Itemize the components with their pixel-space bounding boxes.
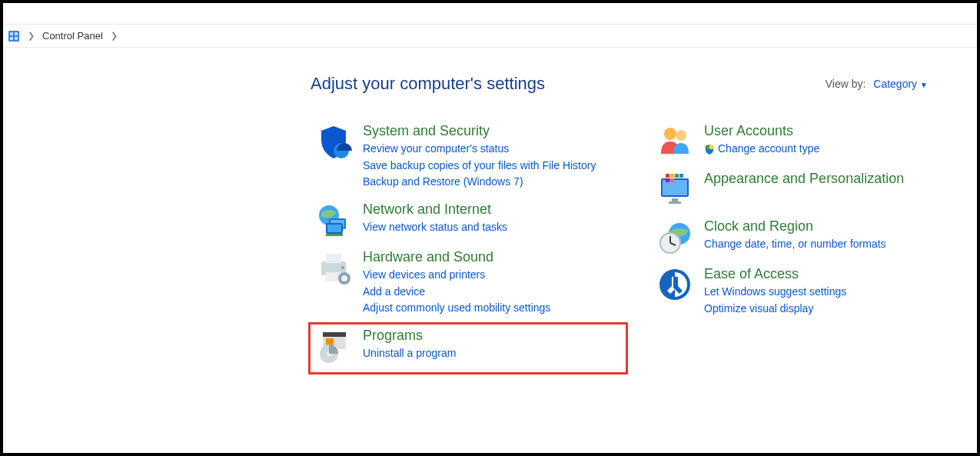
category-appearance: Appearance and Personalization (652, 168, 944, 215)
link-windows-suggest-settings[interactable]: Let Windows suggest settings (704, 284, 846, 301)
monitor-personalization-icon (656, 171, 693, 208)
view-by-control: View by: Category▼ (826, 78, 928, 90)
category-programs: Programs Uninstall a program (311, 325, 626, 372)
breadcrumb[interactable]: ❯ Control Panel ❯ (3, 25, 977, 48)
users-icon (656, 123, 693, 160)
toolbar-gap (3, 3, 977, 25)
category-clock-and-region: Clock and Region Change date, time, or n… (652, 215, 944, 263)
link-change-account-type-text: Change account type (718, 141, 819, 158)
category-link-user-accounts[interactable]: User Accounts (704, 123, 819, 139)
shield-icon (315, 123, 352, 160)
category-link-ease-of-access[interactable]: Ease of Access (704, 266, 846, 282)
ease-of-access-icon (656, 266, 693, 303)
breadcrumb-root[interactable]: Control Panel (42, 30, 103, 42)
svg-rect-10 (327, 225, 341, 232)
chevron-right-icon: ❯ (111, 31, 118, 41)
svg-rect-2 (15, 32, 18, 35)
link-uninstall-program[interactable]: Uninstall a program (363, 345, 456, 362)
svg-rect-31 (675, 174, 679, 178)
clock-globe-icon (656, 218, 693, 255)
svg-rect-27 (672, 198, 678, 201)
category-link-hardware-and-sound[interactable]: Hardware and Sound (363, 249, 550, 265)
svg-point-23 (664, 128, 676, 140)
view-by-value: Category (873, 78, 917, 90)
category-link-programs[interactable]: Programs (363, 328, 456, 344)
category-hardware-and-sound: Hardware and Sound View devices and prin… (311, 246, 626, 325)
category-user-accounts: User Accounts Change account type (652, 120, 944, 168)
uac-shield-icon (704, 144, 715, 155)
disc-box-icon (315, 328, 352, 364)
category-network-and-internet: Network and Internet View network status… (311, 198, 626, 246)
category-column-left: System and Security Review your computer… (311, 120, 626, 372)
link-network-status-tasks[interactable]: View network status and tasks (363, 219, 507, 236)
control-panel-icon (8, 30, 20, 42)
link-file-history-backup[interactable]: Save backup copies of your files with Fi… (363, 158, 596, 175)
category-column-right: User Accounts Change account type (652, 120, 944, 372)
category-system-and-security: System and Security Review your computer… (311, 120, 626, 198)
printer-icon (315, 249, 352, 286)
view-by-label: View by: (826, 78, 866, 90)
category-link-clock-region[interactable]: Clock and Region (704, 218, 886, 235)
category-link-appearance[interactable]: Appearance and Personalization (704, 171, 904, 187)
svg-rect-34 (670, 178, 674, 182)
link-review-computer-status[interactable]: Review your computer's status (363, 141, 596, 158)
category-link-system-and-security[interactable]: System and Security (363, 123, 596, 139)
view-by-dropdown[interactable]: Category▼ (873, 78, 928, 90)
link-change-date-time-formats[interactable]: Change date, time, or number formats (704, 236, 886, 253)
chevron-down-icon: ▼ (920, 81, 928, 89)
svg-rect-11 (326, 234, 343, 236)
category-link-network-and-internet[interactable]: Network and Internet (363, 201, 507, 218)
link-change-account-type[interactable]: Change account type (704, 141, 819, 158)
svg-rect-33 (666, 178, 669, 182)
link-optimize-visual-display[interactable]: Optimize visual display (704, 301, 846, 318)
category-ease-of-access: Ease of Access Let Windows suggest setti… (652, 263, 944, 325)
content-area: Adjust your computer's settings View by:… (3, 48, 977, 372)
svg-point-24 (676, 130, 686, 141)
link-mobility-settings[interactable]: Adjust commonly used mobility settings (363, 300, 550, 317)
globe-network-icon (315, 201, 352, 238)
svg-point-17 (341, 275, 347, 281)
svg-rect-1 (10, 32, 13, 35)
svg-point-15 (341, 266, 344, 269)
chevron-right-icon: ❯ (28, 31, 35, 41)
svg-rect-13 (326, 254, 341, 263)
link-add-device[interactable]: Add a device (363, 284, 550, 301)
svg-rect-32 (679, 174, 683, 178)
svg-rect-30 (670, 174, 674, 178)
svg-rect-4 (15, 37, 18, 40)
link-backup-restore-win7[interactable]: Backup and Restore (Windows 7) (363, 174, 596, 191)
svg-rect-3 (10, 37, 13, 40)
link-view-devices-printers[interactable]: View devices and printers (363, 267, 550, 284)
svg-rect-29 (666, 174, 669, 178)
category-columns: System and Security Review your computer… (311, 120, 946, 372)
header-row: Adjust your computer's settings View by:… (311, 74, 946, 94)
svg-rect-19 (323, 332, 346, 337)
svg-rect-28 (669, 201, 681, 204)
page-title: Adjust your computer's settings (311, 74, 545, 94)
